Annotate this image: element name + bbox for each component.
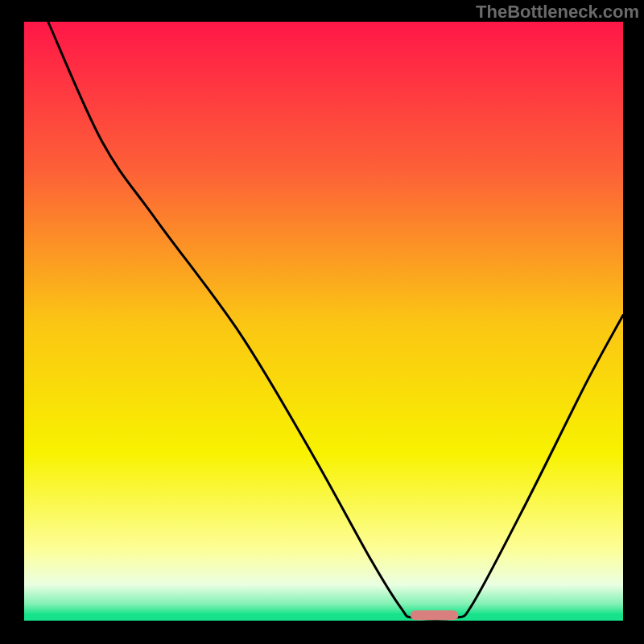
chart-container: TheBottleneck.com: [0, 0, 644, 644]
attribution-label: TheBottleneck.com: [476, 2, 639, 23]
bottleneck-chart: [0, 0, 644, 644]
plot-background: [24, 22, 623, 621]
optimum-indicator: [411, 610, 459, 620]
